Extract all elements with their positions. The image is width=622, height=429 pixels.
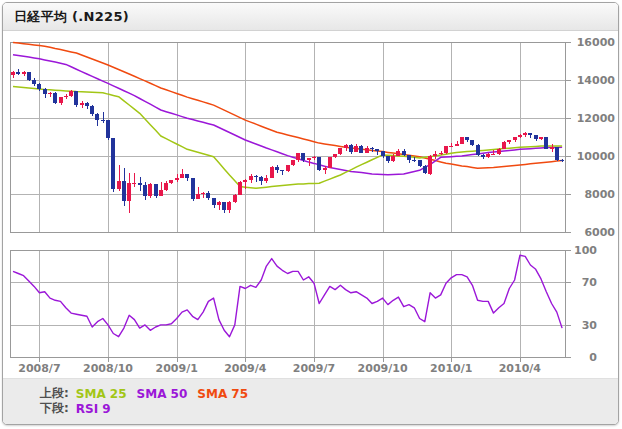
rsi-line [13, 255, 562, 336]
up-candle-body [328, 157, 332, 167]
sma25-line [13, 87, 562, 189]
up-candle-body [59, 97, 63, 103]
up-candle-body [391, 156, 395, 161]
down-candle-body [85, 103, 89, 106]
x-tick-label: 2009/4 [224, 362, 267, 375]
rsi-tick-label: 0 [589, 351, 597, 364]
up-candle-body [180, 174, 184, 178]
down-candle-body [32, 80, 36, 84]
up-candle-body [48, 93, 52, 95]
down-candle-body [212, 198, 216, 205]
down-candle-body [206, 193, 210, 199]
up-candle-body [455, 144, 459, 146]
up-candle-body [22, 72, 26, 74]
legend-item-sma50: SMA 50 [137, 387, 188, 401]
up-candle-body [312, 157, 316, 159]
down-candle-body [254, 176, 258, 177]
up-candle-body [69, 91, 73, 96]
up-candle-body [486, 154, 490, 158]
rsi-tick-label: 30 [582, 319, 598, 332]
up-candle-body [439, 153, 443, 154]
up-candle-body [201, 193, 205, 195]
up-candle-body [428, 156, 432, 174]
down-candle-body [465, 137, 469, 139]
legend-upper-row: 上段: SMA 25 SMA 50 SMA 75 [40, 386, 618, 401]
up-candle-body [507, 140, 511, 141]
down-candle-body [402, 151, 406, 155]
candles-layer [11, 69, 564, 213]
up-candle-body [365, 148, 369, 153]
price-axis-labels: 1600014000120001000080006000 [566, 36, 615, 239]
up-candle-body [333, 154, 337, 157]
chart-widget: 日経平均 (.N225) 2008/72008/102009/12009/420… [2, 2, 619, 425]
down-candle-body [43, 89, 47, 95]
up-candle-body [523, 133, 527, 135]
up-candle-body [323, 168, 327, 170]
down-candle-body [349, 145, 353, 152]
legend-lower-row: 下段: RSI 9 [40, 401, 618, 416]
up-candle-body [217, 202, 221, 205]
chart-title: 日経平均 (.N225) [14, 8, 129, 26]
down-candle-body [407, 155, 411, 160]
price-tick-label: 14000 [577, 74, 616, 87]
up-candle-body [164, 183, 168, 190]
up-candle-body [175, 178, 179, 180]
up-candle-body [227, 202, 231, 210]
down-candle-body [412, 160, 416, 161]
up-candle-body [338, 148, 342, 154]
down-candle-body [95, 114, 99, 120]
down-candle-body [370, 148, 374, 149]
down-candle-body [143, 185, 147, 196]
up-candle-body [159, 190, 163, 196]
up-candle-body [354, 146, 358, 152]
down-candle-body [301, 153, 305, 160]
x-tick-label: 2009/10 [358, 362, 408, 375]
up-candle-body [291, 160, 295, 165]
down-candle-body [37, 84, 41, 89]
down-candle-body [154, 184, 158, 195]
rsi-panel[interactable] [11, 251, 566, 358]
up-candle-body [286, 165, 290, 171]
up-candle-body [196, 194, 200, 199]
down-candle-body [481, 155, 485, 157]
down-candle-body [476, 145, 480, 155]
x-tick-label: 2008/10 [83, 362, 133, 375]
down-candle-body [544, 137, 548, 149]
legend-item-rsi: RSI 9 [76, 402, 111, 416]
up-candle-body [243, 180, 247, 182]
x-tick-label: 2010/1 [430, 362, 472, 375]
up-candle-body [132, 183, 136, 184]
up-candle-body [502, 142, 506, 149]
down-candle-body [555, 147, 559, 160]
title-bar: 日経平均 (.N225) [3, 3, 618, 31]
price-panel[interactable] [11, 43, 566, 233]
down-candle-body [381, 151, 385, 156]
up-candle-body [249, 176, 253, 180]
down-candle-body [275, 167, 279, 170]
x-tick-label: 2009/1 [156, 362, 198, 375]
up-candle-body [550, 147, 554, 149]
down-candle-body [191, 178, 195, 199]
price-tick-label: 12000 [577, 112, 616, 125]
x-tick-label: 2008/7 [18, 362, 60, 375]
up-candle-body [539, 137, 543, 139]
legend-lower-label: 下段: [40, 400, 69, 417]
up-candle-body [64, 96, 68, 98]
down-candle-body [560, 160, 564, 161]
down-candle-body [90, 106, 94, 114]
up-candle-body [296, 153, 300, 160]
rsi-axis-labels: 10070300 [566, 244, 597, 364]
legend-item-sma75: SMA 75 [197, 387, 248, 401]
down-candle-body [111, 138, 115, 189]
price-tick-label: 6000 [584, 226, 615, 239]
down-candle-body [222, 202, 226, 210]
up-candle-body [491, 154, 495, 155]
up-candle-body [497, 149, 501, 154]
up-candle-body [127, 183, 131, 201]
price-tick-label: 8000 [584, 188, 615, 201]
chart-canvas[interactable]: 2008/72008/102009/12009/42009/72009/1020… [3, 31, 618, 378]
down-candle-body [185, 174, 189, 178]
x-axis-labels: 2008/72008/102009/12009/42009/72009/1020… [18, 362, 541, 375]
down-candle-body [27, 72, 31, 80]
down-candle-body [101, 120, 105, 121]
